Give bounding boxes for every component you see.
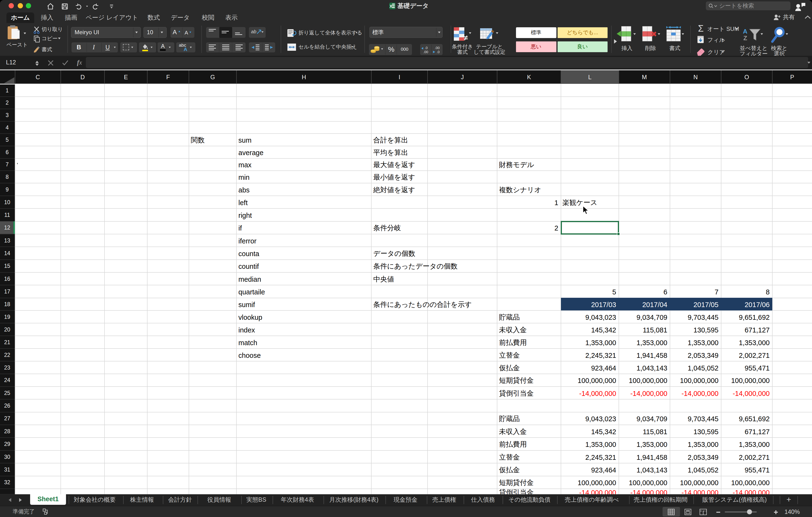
svg-text:.0: .0 bbox=[437, 50, 440, 54]
svg-text:Z: Z bbox=[743, 34, 747, 42]
svg-text:X: X bbox=[389, 4, 393, 9]
svg-text:.00: .00 bbox=[423, 50, 428, 54]
svg-text:.00: .00 bbox=[435, 46, 440, 50]
svg-text:A: A bbox=[743, 28, 748, 35]
svg-text:≠: ≠ bbox=[464, 34, 468, 42]
svg-text:.0: .0 bbox=[425, 46, 428, 50]
